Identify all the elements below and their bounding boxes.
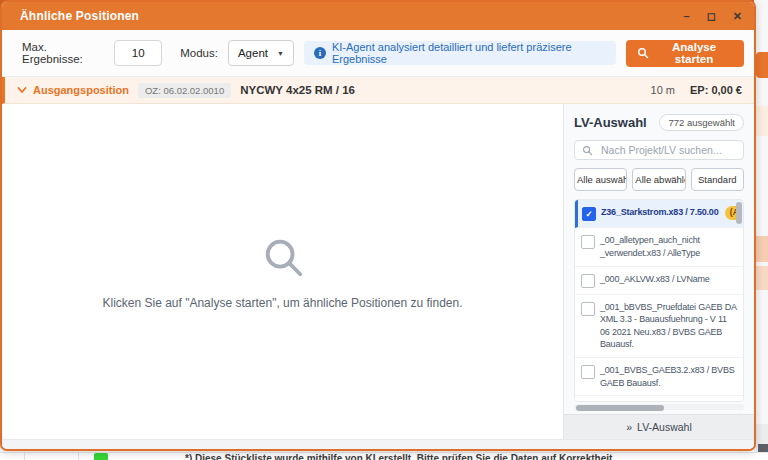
max-results-label: Max. Ergebnisse: [22, 41, 104, 65]
search-icon [260, 234, 306, 280]
lv-list-item[interactable]: ✓ Z36_Starkstrom.x83 / 7.50.00 (Aktuell) [575, 200, 743, 228]
lv-item-label: _00_alletypen_auch_nicht _verwendet.x83 … [600, 235, 700, 258]
selected-count-badge: 772 ausgewählt [659, 114, 744, 131]
status-green-icon [94, 453, 108, 460]
lv-selection-sidebar: LV-Auswahl 772 ausgewählt Alle auswählen… [563, 104, 754, 439]
chevron-down-icon [17, 86, 27, 94]
results-empty-state: Klicken Sie auf "Analyse starten", um äh… [2, 104, 563, 439]
info-text: KI-Agent analysiert detailliert und lief… [332, 41, 606, 65]
sidebar-title: LV-Auswahl [574, 115, 647, 130]
background-app-fragment [756, 106, 768, 136]
lv-list-item[interactable]: _001_BVBS_GAEB3.2.x83 / BVBS GAEB Bauaus… [575, 358, 743, 396]
info-icon: i [314, 47, 326, 59]
lv-item-label: _001_bBVBS_Pruefdatei GAEB DA XML 3.3 - … [600, 302, 736, 350]
dialog-content: Klicken Sie auf "Analyse starten", um äh… [2, 104, 754, 439]
mode-selected-value: Agent [238, 47, 268, 59]
start-analysis-label: Analyse starten [655, 41, 733, 65]
checkbox-icon[interactable] [581, 365, 595, 379]
toolbar: Max. Ergebnisse: Modus: Agent ▼ i KI-Age… [2, 30, 754, 77]
lv-list-item[interactable]: _00_alletypen_auch_nicht _verwendet.x83 … [575, 228, 743, 266]
maximize-button[interactable]: ◻ [707, 11, 716, 22]
horizontal-scrollbar-thumb[interactable] [576, 405, 664, 411]
sidebar-collapse-button[interactable]: » LV-Auswahl [564, 414, 754, 439]
oz-badge: OZ: 06.02.02.0010 [138, 83, 231, 98]
max-results-input[interactable] [114, 40, 162, 66]
similar-positions-dialog: Ähnliche Positionen – ◻ ✕ Max. Ergebniss… [0, 0, 756, 451]
source-position-expander[interactable]: Ausgangsposition [17, 84, 129, 96]
checkbox-icon[interactable] [581, 302, 595, 316]
source-position-price: EP: 0,00 € [690, 84, 742, 96]
lv-list-item[interactable]: _000_AKLVW.x83 / LVName [575, 267, 743, 295]
vertical-scrollbar-thumb[interactable] [736, 202, 742, 224]
search-icon [637, 47, 649, 59]
background-app-fragment [756, 266, 768, 290]
source-position-row: Ausgangsposition OZ: 06.02.02.0010 NYCWY… [2, 77, 754, 104]
start-analysis-button[interactable]: Analyse starten [626, 40, 744, 67]
titlebar: Ähnliche Positionen – ◻ ✕ [2, 2, 754, 30]
lv-list-item[interactable]: _001_BVBS_Pruefdatei GAEB DA XML 3.3_Bau… [575, 396, 743, 402]
source-position-quantity: 10 m [651, 84, 675, 96]
chevron-down-icon: ▼ [277, 50, 284, 57]
empty-state-message: Klicken Sie auf "Analyse starten", um äh… [102, 296, 462, 310]
lv-search-box[interactable] [574, 140, 744, 160]
standard-button[interactable]: Standard [691, 168, 744, 191]
ai-disclaimer-text: *) Diese Stückliste wurde mithilfe von K… [185, 452, 745, 460]
checkbox-icon[interactable] [581, 274, 595, 288]
checkbox-icon[interactable] [581, 235, 595, 249]
source-position-name: NYCWY 4x25 RM / 16 [240, 84, 355, 96]
sidebar-collapse-label: LV-Auswahl [637, 421, 692, 433]
lv-list: ✓ Z36_Starkstrom.x83 / 7.50.00 (Aktuell)… [574, 199, 744, 401]
deselect-all-button[interactable]: Alle abwählen [632, 168, 685, 191]
mode-label: Modus: [180, 47, 218, 59]
lv-item-label: _000_AKLVW.x83 / LVName [600, 274, 710, 284]
info-badge: i KI-Agent analysiert detailliert und li… [304, 41, 616, 65]
background-app-button-fragment [756, 52, 768, 78]
source-position-label: Ausgangsposition [33, 84, 129, 96]
lv-search-input[interactable] [599, 143, 736, 157]
minimize-button[interactable]: – [684, 11, 690, 22]
search-icon [582, 145, 593, 156]
window-title: Ähnliche Positionen [20, 9, 139, 23]
background-grid-line [78, 452, 79, 460]
lv-list-item[interactable]: _001_bBVBS_Pruefdatei GAEB DA XML 3.3 - … [575, 295, 743, 358]
mode-select[interactable]: Agent ▼ [228, 40, 294, 66]
lv-item-label: _001_BVBS_GAEB3.2.x83 / BVBS GAEB Bauaus… [600, 365, 735, 388]
lv-item-label: Z36_Starkstrom.x83 / 7.50.00 [601, 208, 718, 218]
close-button[interactable]: ✕ [733, 11, 742, 22]
background-app-fragment [756, 236, 768, 262]
horizontal-scrollbar[interactable] [574, 404, 744, 410]
background-grid-line [24, 452, 25, 460]
dialog-footer-strip [2, 439, 754, 449]
checkbox-icon[interactable]: ✓ [582, 207, 596, 221]
chevron-double-right-icon: » [626, 421, 632, 433]
select-all-button[interactable]: Alle auswählen [574, 168, 627, 191]
